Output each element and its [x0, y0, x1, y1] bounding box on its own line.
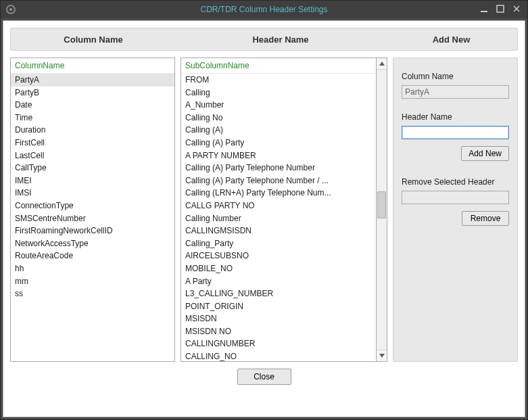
- section-headers: Column Name Header Name Add New: [10, 28, 518, 51]
- list-item[interactable]: FROM: [181, 74, 376, 87]
- subcolumn-name-list[interactable]: SubColumnName FROMCallingA_NumberCalling…: [181, 57, 376, 362]
- list-item[interactable]: Calling (A) Party Telephone Number: [181, 162, 376, 174]
- app-icon: [6, 5, 16, 14]
- subcolumn-name-list-header: SubColumnName: [181, 58, 376, 74]
- column-name-field: [402, 85, 509, 99]
- titlebar[interactable]: CDR/TDR Column Header Settings: [1, 1, 527, 18]
- list-item[interactable]: Date: [11, 99, 174, 112]
- column-name-list-header: ColumnName: [11, 58, 174, 74]
- list-item[interactable]: A PARTY NUMBER: [181, 149, 376, 162]
- window-frame: CDR/TDR Column Header Settings Column Na…: [0, 0, 528, 420]
- header-name-field[interactable]: [402, 126, 509, 139]
- section-header-column-name: Column Name: [11, 34, 176, 45]
- list-item[interactable]: LastCell: [11, 149, 174, 162]
- scroll-down-icon[interactable]: [377, 350, 387, 361]
- list-item[interactable]: CALLINGMSISDN: [181, 225, 376, 237]
- list-item[interactable]: CALLG PARTY NO: [181, 200, 376, 212]
- list-item[interactable]: POINT_ORIGIN: [181, 300, 376, 313]
- list-item[interactable]: MSISDN NO: [181, 325, 376, 338]
- column-name-list-rows: PartyAPartyBDateTimeDurationFirstCellLas…: [11, 74, 174, 361]
- list-item[interactable]: CALLING_NO: [181, 350, 376, 361]
- list-item[interactable]: hh: [11, 262, 174, 275]
- list-item[interactable]: Calling: [181, 87, 376, 99]
- subcolumn-name-list-rows: FROMCallingA_NumberCalling NoCalling (A)…: [181, 74, 376, 361]
- list-item[interactable]: ss: [11, 287, 174, 300]
- window-controls: [480, 5, 527, 15]
- list-item[interactable]: AIRCELSUBSNO: [181, 250, 376, 262]
- list-item[interactable]: A Party: [181, 275, 376, 288]
- minimize-button[interactable]: [480, 5, 488, 15]
- body-row: ColumnName PartyAPartyBDateTimeDurationF…: [10, 57, 518, 362]
- maximize-button[interactable]: [496, 5, 504, 15]
- remove-selected-header-label: Remove Selected Header: [402, 177, 509, 187]
- list-item[interactable]: FirstCell: [11, 137, 174, 149]
- svg-rect-0: [481, 11, 487, 12]
- subcolumn-scrollbar[interactable]: [376, 57, 387, 362]
- list-item[interactable]: NetworkAccessType: [11, 237, 174, 250]
- svg-marker-4: [379, 62, 385, 66]
- list-item[interactable]: Calling (A): [181, 124, 376, 137]
- scroll-thumb[interactable]: [377, 191, 386, 218]
- list-item[interactable]: mm: [11, 275, 174, 288]
- client-area: Column Name Header Name Add New ColumnNa…: [3, 20, 525, 417]
- section-header-header-name: Header Name: [176, 34, 385, 45]
- remove-selected-field: [402, 191, 509, 204]
- list-item[interactable]: Calling (LRN+A) Party Telephone Num...: [181, 187, 376, 200]
- close-button[interactable]: [512, 5, 521, 15]
- footer: Close: [10, 362, 518, 388]
- list-item[interactable]: Calling No: [181, 112, 376, 124]
- scroll-track[interactable]: [377, 70, 387, 350]
- add-new-button[interactable]: Add New: [461, 146, 509, 161]
- list-item[interactable]: Time: [11, 112, 174, 124]
- list-item[interactable]: IMEI: [11, 174, 174, 187]
- svg-marker-5: [379, 354, 385, 358]
- list-item[interactable]: Calling (A) Party Telephone Number / ...: [181, 174, 376, 187]
- list-item[interactable]: CallType: [11, 162, 174, 174]
- column-name-list[interactable]: ColumnName PartyAPartyBDateTimeDurationF…: [10, 57, 175, 362]
- list-item[interactable]: CALLINGNUMBER: [181, 337, 376, 350]
- subcolumn-wrap: SubColumnName FROMCallingA_NumberCalling…: [181, 57, 387, 362]
- list-item[interactable]: RouteAreaCode: [11, 250, 174, 262]
- list-item[interactable]: ConnectionType: [11, 200, 174, 212]
- list-item[interactable]: PartyB: [11, 87, 174, 99]
- close-dialog-button[interactable]: Close: [237, 369, 291, 385]
- list-item[interactable]: Calling_Party: [181, 237, 376, 250]
- section-header-add-new: Add New: [385, 34, 517, 45]
- remove-button[interactable]: Remove: [462, 211, 509, 226]
- column-name-label: Column Name: [402, 72, 509, 81]
- list-item[interactable]: FirstRoamingNeworkCellID: [11, 225, 174, 237]
- list-item[interactable]: MOBILE_NO: [181, 262, 376, 275]
- list-item[interactable]: L3_CALLING_NUMBER: [181, 287, 376, 300]
- list-item[interactable]: A_Number: [181, 99, 376, 112]
- list-item[interactable]: Duration: [11, 124, 174, 137]
- list-item[interactable]: SMSCentreNumber: [11, 212, 174, 225]
- add-new-panel: Column Name Header Name Add New Remove S…: [393, 57, 518, 362]
- scroll-up-icon[interactable]: [377, 58, 387, 70]
- window-title: CDR/TDR Column Header Settings: [1, 5, 527, 14]
- list-item[interactable]: Calling (A) Party: [181, 137, 376, 149]
- svg-rect-1: [497, 5, 504, 12]
- list-item[interactable]: MSISDN: [181, 312, 376, 325]
- list-item[interactable]: IMSI: [11, 187, 174, 200]
- list-item[interactable]: PartyA: [11, 74, 174, 87]
- list-item[interactable]: Calling Number: [181, 212, 376, 225]
- header-name-label: Header Name: [402, 112, 509, 122]
